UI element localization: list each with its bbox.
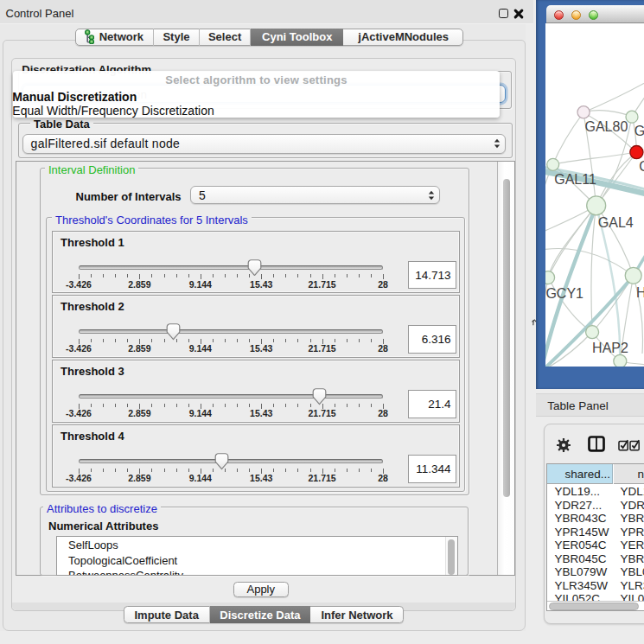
svg-text:CO: CO [639,159,644,174]
svg-text:GAL4: GAL4 [598,215,634,230]
svg-text:GA: GA [634,124,644,138]
svg-text:GAL80: GAL80 [585,119,628,134]
svg-text:HAP2: HAP2 [592,341,628,355]
svg-text:GAL11: GAL11 [554,172,596,187]
svg-text:GCY1: GCY1 [546,286,584,301]
svg-text:HA: HA [636,285,644,300]
